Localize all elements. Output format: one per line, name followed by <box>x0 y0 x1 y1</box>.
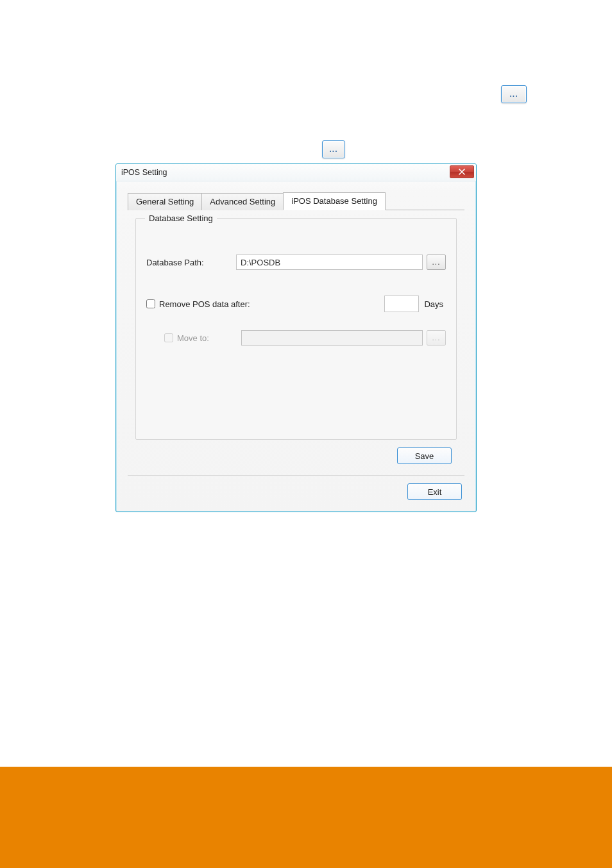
remove-days-input[interactable] <box>384 296 419 312</box>
tab-general[interactable]: General Setting <box>128 193 202 210</box>
remove-data-label: Remove POS data after: <box>159 299 250 309</box>
tabs: General Setting Advanced Setting iPOS Da… <box>128 192 464 210</box>
database-path-label: Database Path: <box>146 258 236 267</box>
database-path-input[interactable] <box>236 255 423 270</box>
doc-browse-button-1[interactable]: ... <box>501 85 527 103</box>
database-setting-group: Database Setting Database Path: ... Remo… <box>135 218 457 440</box>
move-to-label: Move to: <box>177 333 209 343</box>
move-to-browse-button: ... <box>427 330 446 346</box>
save-button[interactable]: Save <box>397 447 452 464</box>
database-path-browse-button[interactable]: ... <box>427 255 446 270</box>
move-to-input <box>241 330 423 346</box>
move-to-label-wrap: Move to: <box>164 333 241 343</box>
close-button[interactable] <box>450 165 474 178</box>
titlebar: iPOS Setting <box>116 164 476 181</box>
database-path-row: Database Path: ... <box>146 255 446 270</box>
days-unit-label: Days <box>424 299 446 309</box>
ipos-setting-dialog: iPOS Setting General Setting Advanced Se… <box>115 163 477 512</box>
move-to-row: Move to: ... <box>146 330 446 346</box>
remove-data-row: Remove POS data after: Days <box>146 296 446 312</box>
doc-browse-button-2[interactable]: ... <box>322 140 345 158</box>
move-to-checkbox <box>164 333 173 342</box>
group-legend: Database Setting <box>145 213 217 223</box>
exit-button[interactable]: Exit <box>407 483 462 500</box>
tab-database[interactable]: iPOS Database Setting <box>283 192 386 210</box>
footer-band <box>0 767 612 868</box>
remove-data-checkbox[interactable] <box>146 299 155 308</box>
close-icon <box>459 169 465 175</box>
separator <box>128 475 464 476</box>
window-title: iPOS Setting <box>121 168 167 177</box>
remove-data-label-wrap: Remove POS data after: <box>146 299 250 309</box>
tab-advanced[interactable]: Advanced Setting <box>201 193 284 210</box>
